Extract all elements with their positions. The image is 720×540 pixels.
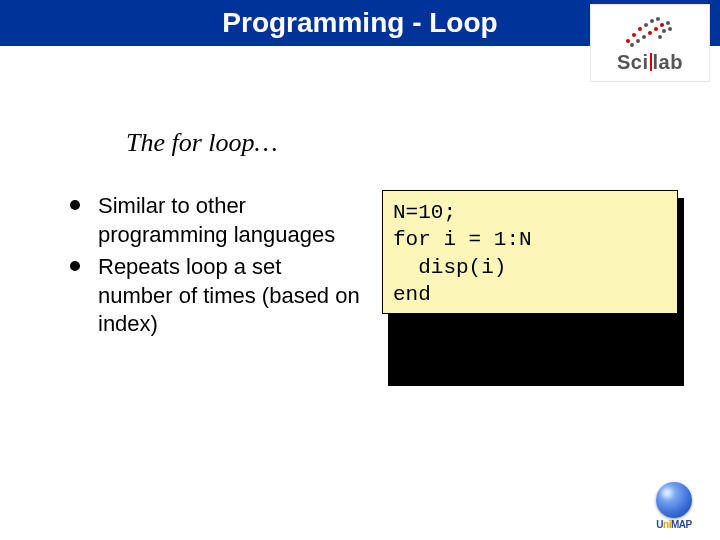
scilab-dots-icon (622, 13, 678, 49)
bullet-text: Repeats loop a set number of times (base… (98, 253, 360, 339)
scilab-wordmark: Scilab (617, 51, 683, 74)
bullet-list: Similar to other programming languages R… (70, 192, 360, 343)
code-block: N=10; for i = 1:N disp(i) end (382, 190, 678, 314)
bullet-icon (70, 261, 80, 271)
bullet-icon (70, 200, 80, 210)
slide-subtitle: The for loop… (126, 128, 278, 158)
list-item: Repeats loop a set number of times (base… (70, 253, 360, 339)
list-item: Similar to other programming languages (70, 192, 360, 249)
scilab-logo: Scilab (590, 4, 710, 82)
slide-title: Programming - Loop (222, 7, 497, 39)
globe-icon (656, 482, 692, 518)
unimap-wordmark: UniMAP (656, 519, 691, 530)
unimap-logo: UniMAP (642, 476, 706, 530)
bullet-text: Similar to other programming languages (98, 192, 360, 249)
